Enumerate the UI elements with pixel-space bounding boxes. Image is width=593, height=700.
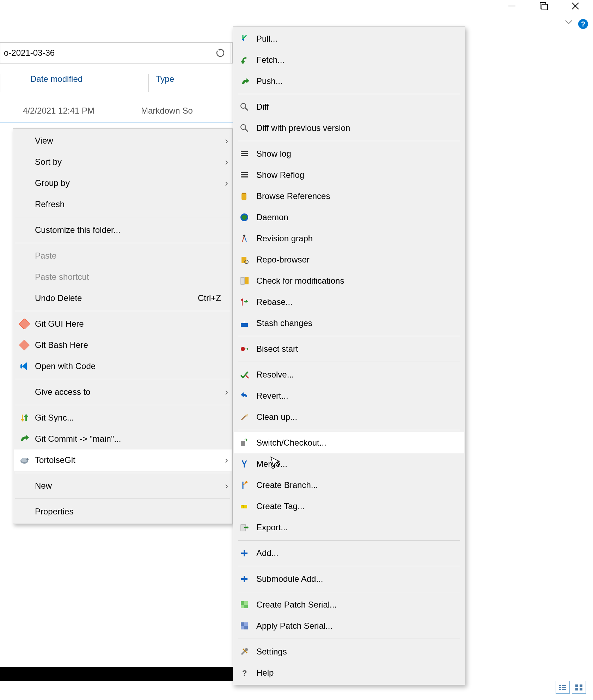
menu-group-by[interactable]: Group by › xyxy=(14,173,232,194)
submenu-create-tag[interactable]: T Create Tag... xyxy=(234,496,464,517)
submenu-switch-checkout[interactable]: Switch/Checkout... xyxy=(234,432,464,453)
check-mods-icon xyxy=(236,272,253,289)
menu-properties[interactable]: Properties xyxy=(14,501,232,522)
submenu-add[interactable]: Add... xyxy=(234,543,464,564)
svg-rect-24 xyxy=(241,176,248,177)
diff-icon xyxy=(236,98,253,115)
menu-separator xyxy=(238,540,460,541)
column-header-date[interactable]: Date modified xyxy=(7,74,148,92)
column-separator xyxy=(0,74,0,92)
submenu-check-mods[interactable]: Check for modifications xyxy=(234,270,464,291)
submenu-show-reflog[interactable]: Show Reflog xyxy=(234,164,464,186)
view-details-button[interactable] xyxy=(556,681,570,694)
stash-icon xyxy=(236,315,253,332)
menu-view[interactable]: View › xyxy=(14,130,232,151)
menu-give-access[interactable]: Give access to › xyxy=(14,381,232,403)
maximize-button[interactable] xyxy=(537,1,551,11)
submenu-rebase[interactable]: Rebase... xyxy=(234,291,464,313)
chevron-right-icon: › xyxy=(218,135,228,146)
svg-rect-57 xyxy=(244,626,248,629)
close-button[interactable] xyxy=(568,1,582,11)
svg-rect-0 xyxy=(508,6,515,6)
menu-git-gui[interactable]: Git GUI Here xyxy=(14,313,232,334)
column-header-type[interactable]: Type xyxy=(156,74,174,92)
menu-refresh[interactable]: Refresh xyxy=(14,194,232,215)
submenu-browse-refs[interactable]: Browse References xyxy=(234,186,464,207)
svg-point-30 xyxy=(243,235,245,237)
submenu-help[interactable]: ? Help xyxy=(234,662,464,683)
svg-point-12 xyxy=(241,103,246,108)
submenu-resolve[interactable]: Resolve... xyxy=(234,364,464,385)
help-icon[interactable]: ? xyxy=(578,19,588,29)
submenu-revert[interactable]: Revert... xyxy=(234,385,464,406)
menu-git-commit[interactable]: Git Commit -> "main"... xyxy=(14,428,232,449)
repo-browser-icon xyxy=(236,251,253,268)
menu-customize-folder[interactable]: Customize this folder... xyxy=(14,219,232,241)
menu-tortoisegit[interactable]: TortoiseGit › xyxy=(14,449,232,471)
submenu-repo-browser[interactable]: Repo-browser xyxy=(234,249,464,270)
menu-undo-delete[interactable]: Undo Delete Ctrl+Z xyxy=(14,288,232,309)
view-thumbnails-button[interactable] xyxy=(572,681,586,694)
menu-separator xyxy=(15,379,230,379)
help-question-icon: ? xyxy=(236,664,253,681)
menu-separator xyxy=(15,311,230,311)
settings-icon xyxy=(236,643,253,660)
chevron-right-icon: › xyxy=(218,157,228,168)
git-commit-icon xyxy=(16,430,33,447)
file-row-underline xyxy=(0,122,233,123)
submenu-export[interactable]: Export... xyxy=(234,517,464,538)
fetch-icon xyxy=(236,52,253,68)
svg-rect-71 xyxy=(580,684,582,687)
svg-rect-41 xyxy=(241,441,245,446)
vscode-icon xyxy=(16,358,33,375)
menu-new[interactable]: New › xyxy=(14,475,232,496)
address-bar[interactable]: o-2021-03-36 xyxy=(0,42,233,64)
submenu-bisect[interactable]: Bisect start xyxy=(234,338,464,360)
svg-point-20 xyxy=(241,153,242,154)
view-toggles xyxy=(556,681,586,694)
submenu-fetch[interactable]: Fetch... xyxy=(234,49,464,71)
menu-git-sync[interactable]: Git Sync... xyxy=(14,407,232,428)
submenu-diff-prev[interactable]: Diff with previous version xyxy=(234,117,464,139)
svg-rect-34 xyxy=(245,277,249,284)
submenu-submodule-add[interactable]: Submodule Add... xyxy=(234,568,464,590)
svg-text:?: ? xyxy=(242,669,247,677)
submenu-cleanup[interactable]: Clean up... xyxy=(234,406,464,428)
submenu-show-log[interactable]: Show log xyxy=(234,143,464,164)
file-date: 4/2/2021 12:41 PM xyxy=(0,106,141,116)
submenu-settings[interactable]: Settings xyxy=(234,641,464,662)
file-row[interactable]: 4/2/2021 12:41 PM Markdown So xyxy=(0,106,193,116)
menu-git-bash[interactable]: Git Bash Here xyxy=(14,334,232,356)
submenu-diff[interactable]: Diff xyxy=(234,96,464,117)
menu-open-with-code[interactable]: Open with Code xyxy=(14,356,232,377)
submenu-pull[interactable]: Pull... xyxy=(234,28,464,49)
window-controls xyxy=(505,0,593,12)
svg-rect-23 xyxy=(241,174,248,175)
svg-point-21 xyxy=(241,155,242,156)
submenu-stash[interactable]: Stash changes xyxy=(234,313,464,334)
refresh-button[interactable] xyxy=(210,42,231,64)
tortoisegit-icon xyxy=(16,452,33,469)
svg-rect-37 xyxy=(241,323,248,327)
svg-rect-73 xyxy=(580,688,582,690)
address-path[interactable]: o-2021-03-36 xyxy=(0,46,215,60)
blank-icon xyxy=(16,132,33,149)
menu-separator xyxy=(238,141,460,141)
context-menu: View › Sort by › Group by › Refresh Cust… xyxy=(13,128,233,524)
submenu-create-patch[interactable]: Create Patch Serial... xyxy=(234,594,464,615)
ribbon-chevron-icon[interactable] xyxy=(565,20,573,25)
svg-text:T: T xyxy=(242,505,244,508)
blank-icon xyxy=(16,153,33,170)
blank-icon xyxy=(16,290,33,307)
submenu-revision-graph[interactable]: Revision graph xyxy=(234,228,464,249)
submenu-apply-patch[interactable]: Apply Patch Serial... xyxy=(234,615,464,636)
submenu-create-branch[interactable]: Create Branch... xyxy=(234,475,464,496)
submenu-daemon[interactable]: Daemon xyxy=(234,207,464,228)
minimize-button[interactable] xyxy=(505,1,519,11)
menu-sort-by[interactable]: Sort by › xyxy=(14,151,232,173)
submenu-push[interactable]: Push... xyxy=(234,71,464,92)
bisect-icon xyxy=(236,340,253,357)
diff-prev-icon xyxy=(236,120,253,137)
svg-rect-59 xyxy=(241,626,244,629)
submenu-merge[interactable]: Merge... xyxy=(234,453,464,475)
